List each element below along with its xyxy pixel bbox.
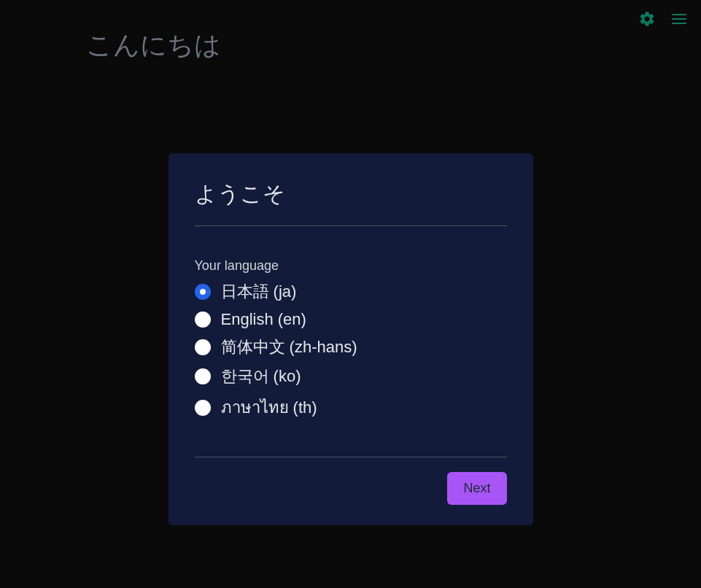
language-option-ja[interactable]: 日本語 (ja) bbox=[195, 281, 507, 303]
next-button[interactable]: Next bbox=[447, 472, 506, 505]
gear-icon bbox=[638, 10, 656, 31]
radio-label: ภาษาไทย (th) bbox=[221, 395, 317, 420]
radio-icon bbox=[195, 284, 211, 300]
language-option-en[interactable]: English (en) bbox=[195, 310, 507, 329]
radio-icon bbox=[195, 339, 211, 355]
card-footer: Next bbox=[195, 472, 507, 505]
welcome-card: ようこそ Your language 日本語 (ja) English (en)… bbox=[169, 153, 533, 525]
language-option-th[interactable]: ภาษาไทย (th) bbox=[195, 395, 507, 420]
language-option-ko[interactable]: 한국어 (ko) bbox=[195, 365, 507, 387]
greeting-text: こんにちは bbox=[86, 28, 221, 63]
radio-icon bbox=[195, 368, 211, 384]
radio-icon bbox=[195, 400, 211, 416]
radio-label: English (en) bbox=[221, 310, 306, 329]
language-option-zh-hans[interactable]: 简体中文 (zh-hans) bbox=[195, 336, 507, 358]
hamburger-icon bbox=[670, 10, 688, 31]
menu-button[interactable] bbox=[669, 10, 689, 31]
card-title: ようこそ bbox=[195, 179, 507, 226]
divider bbox=[195, 457, 507, 457]
radio-label: 한국어 (ko) bbox=[221, 365, 301, 387]
radio-label: 简体中文 (zh-hans) bbox=[221, 336, 357, 358]
settings-button[interactable] bbox=[637, 10, 657, 31]
language-field-label: Your language bbox=[195, 258, 507, 274]
radio-icon bbox=[195, 312, 211, 328]
radio-label: 日本語 (ja) bbox=[221, 281, 297, 303]
language-radio-list: 日本語 (ja) English (en) 简体中文 (zh-hans) 한국어… bbox=[195, 281, 507, 420]
